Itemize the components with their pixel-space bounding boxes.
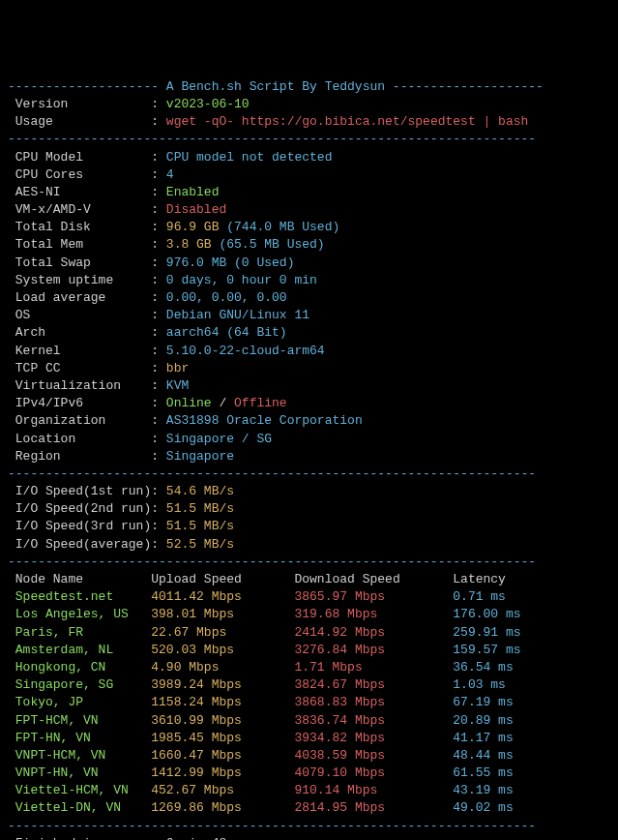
sysinfo-row: Total Mem : 3.8 GB (65.5 MB Used) <box>8 236 610 254</box>
version-label: Version <box>8 97 151 111</box>
io-value: 51.5 MB/s <box>166 519 234 533</box>
sysinfo-row: Kernel : 5.10.0-22-cloud-arm64 <box>8 343 610 360</box>
speed-row: Hongkong, CN 4.90 Mbps 1.71 Mbps 36.54 m… <box>8 659 610 676</box>
speed-download: 910.14 Mbps <box>294 783 453 797</box>
speed-node: Amsterdam, NL <box>8 643 151 657</box>
sysinfo-label: Kernel <box>8 344 151 358</box>
sysinfo-label: Virtualization <box>8 378 151 393</box>
speed-node: Los Angeles, US <box>8 607 151 621</box>
sysinfo-value: 0.00, 0.00, 0.00 <box>166 290 287 305</box>
separator: ----------------------------------------… <box>8 819 536 833</box>
sysinfo-value: bbr <box>166 361 189 375</box>
speed-row: Viettel-HCM, VN 452.67 Mbps 910.14 Mbps … <box>8 782 610 799</box>
speed-upload: 22.67 Mbps <box>151 625 294 640</box>
speed-upload: 452.67 Mbps <box>151 783 294 797</box>
sysinfo-value: KVM <box>166 378 189 393</box>
info-value: AS31898 Oracle Corporation <box>166 413 363 428</box>
speed-node: VNPT-HN, VN <box>8 765 151 780</box>
terminal-output: -------------------- A Bench.sh Script B… <box>8 78 610 840</box>
speed-node: FPT-HN, VN <box>8 731 151 745</box>
sysinfo-label: Load average <box>8 290 151 305</box>
io-row: I/O Speed(average): 52.5 MB/s <box>8 536 610 554</box>
speed-latency: 176.00 ms <box>453 607 520 621</box>
info-value: Singapore / SG <box>166 432 272 446</box>
finished-value: 6 min 48 sec <box>166 836 257 840</box>
speed-node: Viettel-DN, VN <box>8 800 151 815</box>
sysinfo-value: 976.0 MB <box>166 255 226 270</box>
io-label: I/O Speed(2nd run) <box>8 501 151 516</box>
speed-node: Speedtest.net <box>8 589 151 604</box>
speed-row: VNPT-HCM, VN 1660.47 Mbps 4038.59 Mbps 4… <box>8 747 610 765</box>
network-online: Online <box>166 396 212 410</box>
io-label: I/O Speed(1st run) <box>8 484 151 498</box>
finished-label: Finished in <box>8 836 151 840</box>
sysinfo-label: System uptime <box>8 273 151 287</box>
separator: ----------------------------------------… <box>8 466 536 481</box>
speed-upload: 3610.99 Mbps <box>151 713 294 728</box>
speed-download: 1.71 Mbps <box>294 660 453 675</box>
speed-latency: 67.19 ms <box>453 695 513 709</box>
speed-row: FPT-HN, VN 1985.45 Mbps 3934.82 Mbps 41.… <box>8 730 610 747</box>
separator: ----------------------------------------… <box>8 555 536 569</box>
speed-header-lat: Latency <box>453 572 506 586</box>
sysinfo-value: 4 <box>166 167 174 182</box>
sysinfo-row: AES-NI : Enabled <box>8 184 610 201</box>
network-label: IPv4/IPv6 <box>8 396 151 410</box>
speed-download: 3836.74 Mbps <box>294 713 453 728</box>
io-value: 54.6 MB/s <box>166 484 234 498</box>
sysinfo-value: Enabled <box>166 185 220 199</box>
sysinfo-extra: (65.5 MB Used) <box>212 237 325 252</box>
sysinfo-label: CPU Model <box>8 150 151 165</box>
io-row: I/O Speed(1st run): 54.6 MB/s <box>8 483 610 500</box>
version-value: v2023-06-10 <box>166 97 250 111</box>
sysinfo-extra: (744.0 MB Used) <box>219 220 339 234</box>
sysinfo-row: TCP CC : bbr <box>8 360 610 377</box>
speed-download: 3865.97 Mbps <box>294 589 453 604</box>
speed-row: Speedtest.net 4011.42 Mbps 3865.97 Mbps … <box>8 588 610 606</box>
network-offline: Offline <box>234 396 287 410</box>
info-value: Singapore <box>166 449 234 464</box>
speed-node: Paris, FR <box>8 625 151 640</box>
sysinfo-label: TCP CC <box>8 361 151 375</box>
speed-header-down: Download Speed <box>294 572 453 586</box>
speed-upload: 398.01 Mbps <box>151 607 294 621</box>
sysinfo-row: Arch : aarch64 (64 Bit) <box>8 324 610 342</box>
speed-latency: 49.02 ms <box>453 800 513 815</box>
speed-download: 3276.84 Mbps <box>294 643 453 657</box>
usage-label: Usage <box>8 114 151 129</box>
speed-upload: 1269.86 Mbps <box>151 800 294 815</box>
speed-latency: 36.54 ms <box>453 660 513 675</box>
speed-row: Singapore, SG 3989.24 Mbps 3824.67 Mbps … <box>8 676 610 694</box>
speed-latency: 61.55 ms <box>453 765 513 780</box>
io-label: I/O Speed(average) <box>8 537 151 552</box>
sysinfo-row: Virtualization : KVM <box>8 377 610 395</box>
sysinfo-extra: (0 Used) <box>226 255 294 270</box>
speed-download: 3934.82 Mbps <box>294 731 453 745</box>
sysinfo-value: CPU model not detected <box>166 150 333 165</box>
speed-upload: 1158.24 Mbps <box>151 695 294 709</box>
speed-upload: 1412.99 Mbps <box>151 765 294 780</box>
speed-latency: 0.71 ms <box>453 589 506 604</box>
speed-row: Los Angeles, US 398.01 Mbps 319.68 Mbps … <box>8 606 610 623</box>
sysinfo-row: OS : Debian GNU/Linux 11 <box>8 307 610 324</box>
speed-download: 4038.59 Mbps <box>294 748 453 763</box>
speed-row: FPT-HCM, VN 3610.99 Mbps 3836.74 Mbps 20… <box>8 712 610 730</box>
sysinfo-label: CPU Cores <box>8 167 151 182</box>
io-value: 51.5 MB/s <box>166 501 234 516</box>
io-row: I/O Speed(3rd run): 51.5 MB/s <box>8 518 610 535</box>
speed-row: Amsterdam, NL 520.03 Mbps 3276.84 Mbps 1… <box>8 642 610 659</box>
speed-upload: 4011.42 Mbps <box>151 589 294 604</box>
sysinfo-value: 5.10.0-22-cloud-arm64 <box>166 344 325 358</box>
speed-upload: 3989.24 Mbps <box>151 677 294 692</box>
speed-download: 2414.92 Mbps <box>294 625 453 640</box>
sysinfo-row: Total Swap : 976.0 MB (0 Used) <box>8 255 610 272</box>
speed-latency: 20.89 ms <box>453 713 513 728</box>
sysinfo-label: VM-x/AMD-V <box>8 202 151 217</box>
sysinfo-row: CPU Model : CPU model not detected <box>8 149 610 166</box>
sysinfo-row: CPU Cores : 4 <box>8 166 610 184</box>
sysinfo-label: AES-NI <box>8 185 151 199</box>
speed-latency: 259.91 ms <box>453 625 520 640</box>
speed-download: 4079.10 Mbps <box>294 765 453 780</box>
speed-row: VNPT-HN, VN 1412.99 Mbps 4079.10 Mbps 61… <box>8 765 610 782</box>
sysinfo-value: Debian GNU/Linux 11 <box>166 308 309 322</box>
